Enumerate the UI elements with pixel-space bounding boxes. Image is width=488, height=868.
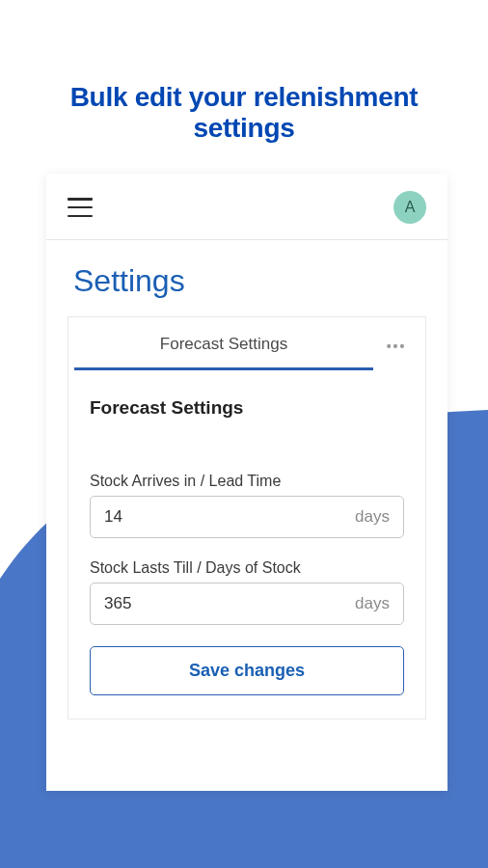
days-of-stock-label: Stock Lasts Till / Days of Stock: [90, 559, 404, 577]
save-button[interactable]: Save changes: [90, 646, 404, 695]
settings-panel: Forecast Settings ••• Forecast Settings …: [68, 316, 426, 719]
tab-more-icon[interactable]: •••: [373, 321, 420, 367]
topbar: A: [46, 174, 447, 240]
lead-time-unit: days: [355, 507, 390, 527]
tab-forecast-settings[interactable]: Forecast Settings: [74, 317, 373, 370]
days-of-stock-input-wrap: days: [90, 583, 404, 625]
avatar[interactable]: A: [393, 191, 426, 224]
page-title: Settings: [46, 240, 447, 316]
hero-line-2: settings: [194, 113, 295, 143]
tabs: Forecast Settings •••: [68, 317, 425, 370]
lead-time-input[interactable]: [104, 507, 355, 527]
hero-title: Bulk edit your relenishment settings: [0, 0, 488, 163]
days-of-stock-unit: days: [355, 594, 390, 613]
lead-time-label: Stock Arrives in / Lead Time: [90, 473, 404, 490]
menu-icon[interactable]: [68, 198, 93, 217]
form: Stock Arrives in / Lead Time days Stock …: [68, 424, 425, 719]
avatar-initial: A: [405, 199, 416, 216]
days-of-stock-input[interactable]: [104, 594, 355, 613]
lead-time-input-wrap: days: [90, 496, 404, 538]
app-window: A Settings Forecast Settings ••• Forecas…: [46, 174, 447, 791]
hero-line-1: Bulk edit your relenishment: [70, 82, 419, 112]
section-title: Forecast Settings: [68, 370, 425, 424]
